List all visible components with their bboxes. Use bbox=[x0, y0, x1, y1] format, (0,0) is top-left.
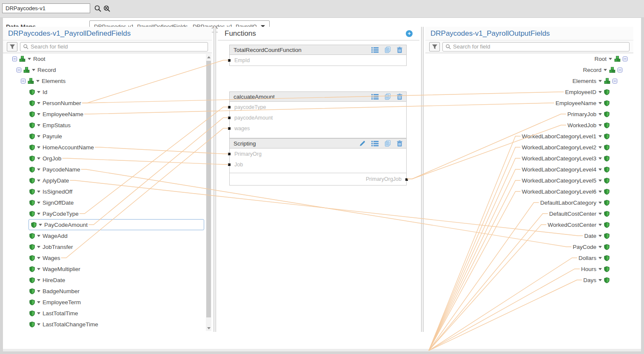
chevron-down-icon[interactable] bbox=[598, 213, 602, 215]
chevron-down-icon[interactable] bbox=[37, 268, 40, 270]
delete-icon[interactable] bbox=[397, 94, 402, 100]
chevron-down-icon[interactable] bbox=[37, 135, 40, 137]
tree-field-row[interactable]: HomeAccountName bbox=[3, 142, 212, 153]
chevron-down-icon[interactable] bbox=[598, 102, 602, 104]
chevron-down-icon[interactable] bbox=[598, 124, 602, 126]
chevron-down-icon[interactable] bbox=[598, 202, 602, 204]
tree-container-row[interactable]: Elements bbox=[3, 75, 212, 86]
collapse-icon[interactable] bbox=[623, 57, 627, 61]
tree-field-row[interactable]: PaycodeName bbox=[3, 164, 212, 175]
tree-field-row[interactable]: Id bbox=[3, 86, 212, 97]
tree-field-row[interactable]: WageMultiplier bbox=[3, 263, 212, 274]
tree-field-row[interactable]: Days bbox=[425, 274, 633, 285]
tree-field-row[interactable]: DefaultCostCenter bbox=[425, 208, 633, 219]
chevron-down-icon[interactable] bbox=[36, 80, 40, 82]
list-mappings-icon[interactable] bbox=[371, 94, 379, 100]
collapse-icon[interactable] bbox=[21, 79, 26, 83]
tree-field-row[interactable]: LastTotalChangeTime bbox=[3, 319, 212, 330]
chevron-down-icon[interactable] bbox=[598, 180, 602, 182]
tree-field-row[interactable]: EmployeeName bbox=[3, 108, 212, 120]
chevron-down-icon[interactable] bbox=[598, 91, 602, 93]
chevron-down-icon[interactable] bbox=[609, 58, 612, 60]
tree-container-row[interactable]: Root bbox=[3, 53, 212, 64]
scroll-down-button[interactable] bbox=[206, 325, 211, 331]
tree-field-row[interactable]: WorkedLaborCategoryLevel4 bbox=[425, 164, 633, 175]
function-input[interactable]: Job bbox=[230, 159, 406, 170]
add-function-button[interactable]: + bbox=[406, 30, 413, 37]
tree-field-row[interactable]: PayCode bbox=[425, 241, 633, 252]
filter-button[interactable] bbox=[7, 42, 17, 51]
delete-icon[interactable] bbox=[397, 140, 402, 147]
chevron-down-icon[interactable] bbox=[37, 213, 40, 215]
function-input[interactable]: wages bbox=[230, 123, 406, 134]
chevron-down-icon[interactable] bbox=[37, 157, 40, 160]
chevron-down-icon[interactable] bbox=[37, 113, 40, 115]
tree-container-row[interactable]: Root bbox=[425, 53, 633, 64]
chevron-down-icon[interactable] bbox=[37, 91, 40, 93]
tree-field-row[interactable]: WorkedLaborCategoryLevel3 bbox=[425, 153, 633, 164]
chevron-down-icon[interactable] bbox=[37, 257, 40, 259]
chevron-down-icon[interactable] bbox=[598, 146, 602, 148]
chevron-down-icon[interactable] bbox=[32, 69, 35, 71]
collapse-icon[interactable] bbox=[12, 57, 17, 61]
chevron-down-icon[interactable] bbox=[28, 58, 31, 60]
chevron-down-icon[interactable] bbox=[37, 312, 40, 314]
tree-field-row[interactable]: WorkedCostCenter bbox=[425, 219, 633, 230]
chevron-down-icon[interactable] bbox=[37, 279, 40, 281]
chevron-down-icon[interactable] bbox=[37, 290, 40, 292]
copy-icon[interactable] bbox=[385, 93, 391, 100]
tree-field-row[interactable]: Date bbox=[425, 230, 633, 241]
chevron-down-icon[interactable] bbox=[37, 191, 40, 193]
collapse-icon[interactable] bbox=[613, 79, 617, 83]
tree-container-row[interactable]: Elements bbox=[425, 75, 633, 86]
tree-field-row[interactable]: EmployeeName bbox=[425, 97, 633, 108]
search-icon[interactable] bbox=[94, 5, 102, 12]
tree-field-row[interactable]: EmployeeTerm bbox=[3, 297, 212, 308]
collapse-icon[interactable] bbox=[618, 68, 622, 72]
copy-icon[interactable] bbox=[385, 140, 391, 147]
tree-field-row[interactable]: Hours bbox=[425, 263, 633, 274]
scrollbar-thumb[interactable] bbox=[206, 61, 211, 317]
global-search-input[interactable] bbox=[2, 3, 90, 13]
chevron-down-icon[interactable] bbox=[598, 113, 602, 115]
scroll-up-button[interactable] bbox=[206, 54, 211, 60]
tree-field-row[interactable]: WorkedJob bbox=[425, 120, 633, 131]
tree-field-row[interactable]: SignOffDate bbox=[3, 197, 212, 208]
function-input[interactable]: PrimaryOrg bbox=[230, 148, 406, 159]
chevron-down-icon[interactable] bbox=[604, 69, 607, 71]
chevron-down-icon[interactable] bbox=[37, 235, 40, 237]
list-mappings-icon[interactable] bbox=[371, 141, 379, 146]
tree-field-row[interactable]: DefaultLaborCategory bbox=[425, 197, 633, 208]
chevron-down-icon[interactable] bbox=[37, 202, 40, 204]
tree-field-row[interactable]: Payrule bbox=[3, 131, 212, 142]
copy-icon[interactable] bbox=[385, 46, 391, 53]
tree-field-row[interactable]: JobTransfer bbox=[3, 241, 212, 252]
output-search-input[interactable] bbox=[453, 43, 627, 50]
chevron-down-icon[interactable] bbox=[598, 168, 602, 171]
tree-field-row[interactable]: PayCodeAmount bbox=[28, 219, 204, 230]
chevron-down-icon[interactable] bbox=[37, 323, 40, 325]
chevron-down-icon[interactable] bbox=[598, 246, 602, 248]
tree-field-row[interactable]: PayPeriodNumber bbox=[3, 330, 212, 332]
tree-field-row[interactable]: Wages bbox=[3, 252, 212, 263]
chevron-down-icon[interactable] bbox=[598, 279, 602, 281]
tree-container-row[interactable]: Record bbox=[425, 64, 633, 75]
function-input[interactable]: paycodeType bbox=[230, 102, 406, 112]
tree-field-row[interactable]: EmployeeID bbox=[425, 86, 633, 97]
function-input[interactable]: paycodeAmount bbox=[230, 112, 406, 123]
chevron-down-icon[interactable] bbox=[598, 257, 602, 259]
list-mappings-icon[interactable] bbox=[371, 47, 379, 53]
chevron-down-icon[interactable] bbox=[598, 191, 602, 193]
chevron-down-icon[interactable] bbox=[598, 235, 602, 237]
tree-field-row[interactable]: WageAdd bbox=[3, 230, 212, 241]
tree-field-row[interactable]: WorkedLaborCategoryLevel1 bbox=[425, 131, 633, 142]
source-scrollbar[interactable] bbox=[206, 54, 211, 331]
function-output[interactable]: PrimaryOrgJob bbox=[230, 173, 406, 185]
filter-button[interactable] bbox=[429, 42, 440, 51]
tree-field-row[interactable]: WorkedLaborCategoryLevel2 bbox=[425, 142, 633, 153]
chevron-down-icon[interactable] bbox=[37, 124, 40, 126]
chevron-down-icon[interactable] bbox=[37, 146, 40, 148]
collapse-icon[interactable] bbox=[17, 68, 21, 72]
delete-icon[interactable] bbox=[397, 47, 402, 53]
chevron-down-icon[interactable] bbox=[598, 135, 602, 137]
